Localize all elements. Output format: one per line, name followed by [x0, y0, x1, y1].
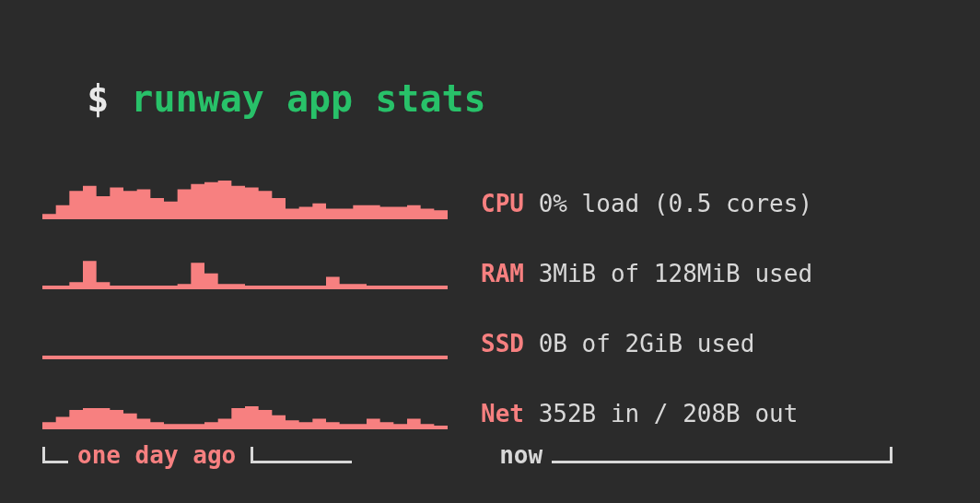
ssd-value: 0B of 2GiB used [524, 332, 754, 356]
cpu-value: 0% load (0.5 cores) [524, 192, 812, 216]
axis-label-start: one day ago [77, 441, 236, 469]
ssd-label: SSD [481, 332, 524, 356]
cpu-sparkline [42, 175, 448, 219]
prompt-symbol: $ [87, 77, 131, 120]
ram-sparkline [42, 245, 448, 289]
stat-row-ssd: SSD 0B of 2GiB used [42, 315, 938, 359]
ram-label: RAM [481, 262, 524, 286]
axis-label-end: now [499, 441, 542, 469]
stat-row-net: Net 352B in / 208B out [42, 385, 938, 429]
command-text: runway app stats [131, 77, 485, 120]
ssd-sparkline [42, 315, 448, 359]
cpu-label: CPU [481, 192, 524, 216]
net-sparkline [42, 385, 448, 429]
ram-value: 3MiB of 128MiB used [524, 262, 812, 286]
stats-list: CPU 0% load (0.5 cores) RAM 3MiB of 128M… [42, 175, 938, 429]
net-value: 352B in / 208B out [524, 402, 798, 426]
axis-tick-left [42, 447, 68, 463]
net-label: Net [481, 402, 524, 426]
stat-row-cpu: CPU 0% load (0.5 cores) [42, 175, 938, 219]
axis-line-segment [251, 447, 352, 463]
command-line: $ runway app stats [42, 35, 938, 120]
stat-row-ram: RAM 3MiB of 128MiB used [42, 245, 938, 289]
time-axis: one day ago now [42, 439, 938, 472]
axis-line-segment [552, 447, 892, 463]
